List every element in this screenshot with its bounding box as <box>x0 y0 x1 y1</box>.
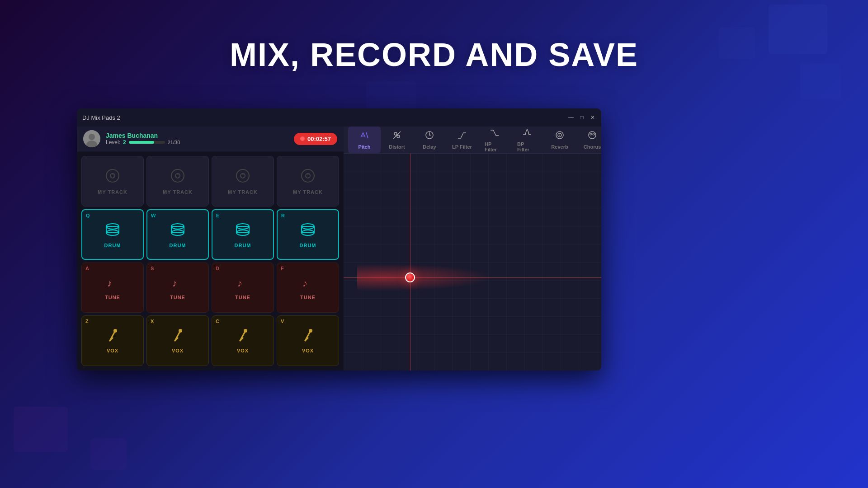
pad-label: MY TRACK <box>228 189 258 195</box>
pad-label: VOX <box>172 348 184 353</box>
effect-tab-delay[interactable]: Delay <box>413 127 446 153</box>
window-controls: — □ ✕ <box>568 114 596 121</box>
svg-point-54 <box>397 135 400 138</box>
pad-drum-7[interactable]: R DRUM <box>277 209 339 260</box>
pad-key: Q <box>86 213 90 218</box>
pad-label: DRUM <box>170 243 186 248</box>
svg-text:♫: ♫ <box>175 172 180 179</box>
right-panel: PitchDistortDelayLP FilterHP FilterBP Fi… <box>344 127 601 371</box>
svg-line-41 <box>110 338 113 341</box>
effect-tab-chorus[interactable]: Chorus <box>576 127 601 153</box>
pad-key: Z <box>85 319 89 324</box>
record-indicator <box>300 136 305 141</box>
minimize-button[interactable]: — <box>568 114 574 121</box>
effect-tab-label-hpfilter: HP Filter <box>485 141 505 152</box>
effect-tab-bpfilter[interactable]: BP Filter <box>511 127 543 156</box>
delay-icon <box>425 130 434 142</box>
pad-label: TUNE <box>300 295 316 300</box>
level-bar-fill <box>129 141 154 144</box>
avatar <box>83 130 100 147</box>
maximize-button[interactable]: □ <box>579 114 585 121</box>
level-number: 2 <box>123 139 126 145</box>
svg-rect-66 <box>344 154 601 371</box>
pad-drum-4[interactable]: Q DRUM <box>81 209 144 260</box>
xy-pad[interactable] <box>344 154 601 371</box>
effects-tabs: PitchDistortDelayLP FilterHP FilterBP Fi… <box>344 127 601 154</box>
pad-key: E <box>216 213 219 218</box>
xy-control-dot[interactable] <box>405 272 415 282</box>
pitch-icon <box>359 130 369 142</box>
pad-label: DRUM <box>104 243 121 248</box>
pad-label: MY TRACK <box>98 189 127 195</box>
svg-point-62 <box>559 135 560 136</box>
left-panel: James Buchanan Level: 2 21/30 00:02:57 <box>77 127 344 371</box>
svg-point-40 <box>113 329 117 333</box>
pad-mytrack-2[interactable]: ♫ MY TRACK <box>212 156 274 206</box>
svg-text:♫: ♫ <box>305 172 310 179</box>
reverb-icon <box>555 130 565 142</box>
pad-tune-9[interactable]: S ♪ TUNE <box>146 263 209 313</box>
effect-tab-label-delay: Delay <box>423 144 436 150</box>
svg-line-52 <box>366 132 368 138</box>
pad-icon: ♪ <box>105 275 120 293</box>
level-label: Level: <box>106 139 120 145</box>
pad-tune-10[interactable]: D ♪ TUNE <box>212 263 274 313</box>
hpfilter-icon <box>490 127 500 140</box>
chorus-icon <box>587 130 597 142</box>
level-fraction: 21/30 <box>168 140 180 145</box>
effect-tab-label-reverb: Reverb <box>551 144 568 150</box>
pad-label: DRUM <box>235 243 251 248</box>
grid-svg <box>344 154 601 371</box>
pad-vox-15[interactable]: V VOX <box>277 315 339 366</box>
effect-tab-label-pitch: Pitch <box>359 144 371 150</box>
effect-tab-label-bpfilter: BP Filter <box>517 141 537 152</box>
pad-drum-5[interactable]: W DRUM <box>146 209 209 260</box>
pad-mytrack-0[interactable]: ♫ MY TRACK <box>81 156 144 206</box>
svg-point-49 <box>309 329 312 333</box>
app-title: DJ Mix Pads 2 <box>82 114 568 121</box>
pad-mytrack-1[interactable]: ♫ MY TRACK <box>146 156 209 206</box>
pad-icon: ♪ <box>301 275 315 293</box>
pad-label: TUNE <box>170 295 185 300</box>
svg-text:♪: ♪ <box>107 277 112 289</box>
pad-vox-13[interactable]: X VOX <box>146 315 209 366</box>
effect-tab-lpfilter[interactable]: LP Filter <box>446 127 478 153</box>
pad-mytrack-3[interactable]: ♫ MY TRACK <box>277 156 339 206</box>
user-info: James Buchanan Level: 2 21/30 <box>106 132 288 145</box>
svg-point-43 <box>179 329 182 333</box>
pad-label: MY TRACK <box>293 189 323 195</box>
pad-key: X <box>151 319 154 324</box>
pad-drum-6[interactable]: E DRUM <box>212 209 274 260</box>
title-bar: DJ Mix Pads 2 — □ ✕ <box>77 108 601 127</box>
pad-grid: ♫ MY TRACK ♫ MY TRACK ♫ MY TRACK ♫ MY TR… <box>77 151 344 371</box>
effect-tab-hpfilter[interactable]: HP Filter <box>478 127 511 156</box>
record-button[interactable]: 00:02:57 <box>294 133 337 145</box>
record-time: 00:02:57 <box>307 136 331 142</box>
pad-icon <box>236 328 250 346</box>
pad-icon: ♪ <box>236 275 250 293</box>
pad-vox-14[interactable]: C VOX <box>212 315 274 366</box>
pad-icon <box>170 328 185 346</box>
svg-text:♫: ♫ <box>110 172 115 179</box>
svg-point-1 <box>89 134 95 140</box>
svg-text:♪: ♪ <box>237 277 242 289</box>
pad-icon: ♫ <box>300 168 316 188</box>
pad-icon: ♫ <box>235 168 251 188</box>
effect-tab-pitch[interactable]: Pitch <box>348 127 381 153</box>
pad-icon <box>300 221 316 241</box>
pad-label: VOX <box>237 348 249 353</box>
svg-text:♫: ♫ <box>240 172 245 179</box>
lpfilter-icon <box>457 130 467 142</box>
pad-vox-12[interactable]: Z VOX <box>81 315 144 366</box>
user-level: Level: 2 21/30 <box>106 139 288 145</box>
pad-key: F <box>281 266 284 271</box>
svg-text:♪: ♪ <box>302 277 307 289</box>
pad-label: VOX <box>302 348 314 353</box>
pad-icon <box>104 221 121 241</box>
effect-tab-reverb[interactable]: Reverb <box>543 127 576 153</box>
effect-tab-distort[interactable]: Distort <box>381 127 413 153</box>
close-button[interactable]: ✕ <box>590 114 596 121</box>
pad-tune-8[interactable]: A ♪ TUNE <box>81 263 144 313</box>
pad-label: DRUM <box>300 243 316 248</box>
pad-tune-11[interactable]: F ♪ TUNE <box>277 263 339 313</box>
